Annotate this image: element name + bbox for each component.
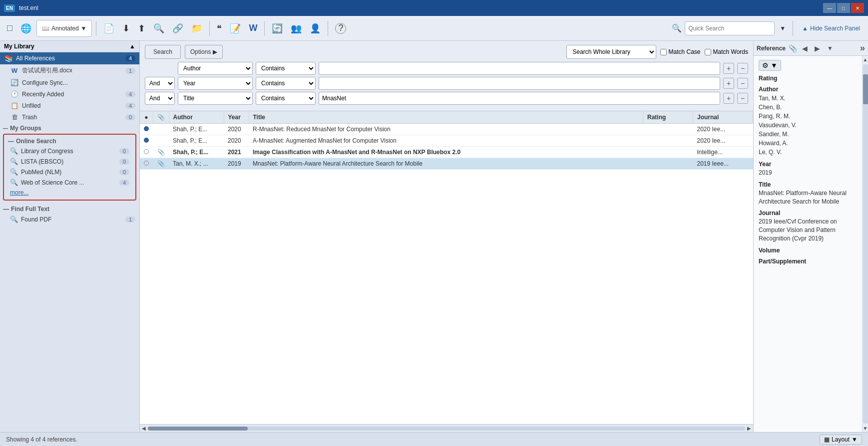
quote-btn[interactable]: ❝: [214, 21, 225, 36]
find-full-text-btn[interactable]: 🔍: [150, 21, 167, 36]
sidebar-item-pubmed[interactable]: 🔍 PubMed (NLM) 0: [4, 167, 135, 177]
filter-condition-3[interactable]: Contains: [256, 92, 316, 105]
title-cell: A-MnasNet: Augmented MnasNet for Compute…: [249, 135, 643, 147]
sidebar-item-unfiled[interactable]: 📋 Unfiled 4: [0, 100, 139, 111]
sidebar-item-all-references[interactable]: 📚 All References 4: [0, 52, 139, 64]
match-words-input[interactable]: [705, 49, 711, 55]
library-toolbar-btn[interactable]: □: [4, 21, 15, 35]
gear-button[interactable]: ⚙ ▼: [759, 60, 781, 71]
link-btn[interactable]: 🔗: [169, 21, 186, 36]
table-row[interactable]: Shah, P.; E... 2020 R-MnasNet: Reduced M…: [140, 124, 753, 135]
online-search-header[interactable]: — Online Search: [4, 137, 135, 146]
col-journal-header[interactable]: Journal: [693, 111, 753, 124]
filter-value-3[interactable]: [319, 92, 720, 105]
title-label: Title: [759, 181, 857, 188]
filter-add-btn-1[interactable]: +: [723, 63, 734, 74]
panel-expand-right-btn[interactable]: »: [860, 43, 865, 53]
sidebar-item-library-of-congress[interactable]: 🔍 Library of Congress 0: [4, 146, 135, 156]
insert-btn[interactable]: 📝: [227, 21, 244, 36]
scroll-track[interactable]: [148, 427, 745, 431]
sidebar-item-lista[interactable]: 🔍 LISTA (EBSCO) 0: [4, 156, 135, 167]
download-btn[interactable]: ⬇: [119, 21, 133, 36]
vscroll-up-arrow[interactable]: ▲: [862, 56, 868, 63]
sidebar-item-trash[interactable]: 🗑 Trash 0: [0, 111, 139, 123]
filter-value-1[interactable]: [319, 62, 720, 75]
filter-field-1[interactable]: Author: [178, 62, 253, 75]
match-case-input[interactable]: [660, 49, 667, 55]
vscroll-down-arrow[interactable]: ▼: [862, 425, 868, 432]
scroll-left-arrow[interactable]: ◀: [142, 426, 146, 431]
table-row[interactable]: 📎 Tan, M. X.; ... 2019 MnasNet: Platform…: [140, 158, 753, 170]
col-attach-header[interactable]: 📎: [153, 111, 169, 124]
filter-add-btn-3[interactable]: +: [723, 93, 734, 104]
online-search-box: — Online Search 🔍 Library of Congress 0 …: [3, 134, 136, 201]
filter-value-2[interactable]: [319, 77, 720, 90]
quick-search-input[interactable]: [685, 21, 775, 35]
recently-added-count: 4: [125, 91, 135, 97]
sync-btn[interactable]: 🔄: [269, 21, 286, 36]
maximize-button[interactable]: □: [837, 3, 850, 13]
panel-next-btn[interactable]: ▶: [813, 44, 822, 52]
annotated-button[interactable]: 📖 Annotated ▼: [36, 20, 92, 37]
vscroll-track[interactable]: [863, 64, 868, 424]
quick-search-icon: 🔍: [672, 23, 682, 33]
filter-add-btn-2[interactable]: +: [723, 78, 734, 89]
scroll-thumb[interactable]: [148, 427, 248, 431]
filter-row-1: Author Contains + −: [145, 62, 748, 75]
col-rating-header[interactable]: Rating: [643, 111, 693, 124]
scroll-right-arrow[interactable]: ▶: [747, 426, 751, 431]
paperclip-icon[interactable]: 📎: [789, 44, 797, 52]
sidebar-item-found-pdf[interactable]: 🔍 Found PDF 1: [0, 214, 139, 225]
options-button[interactable]: Options ▶: [185, 45, 223, 59]
sidebar-item-configure-sync[interactable]: 🔄 Configure Sync...: [0, 77, 139, 88]
search-button[interactable]: Search: [145, 45, 181, 59]
table-row[interactable]: Shah, P.; E... 2020 A-MnasNet: Augmented…: [140, 135, 753, 147]
col-title-header[interactable]: Title: [249, 111, 643, 124]
sidebar-section-my-groups[interactable]: — My Groups: [0, 123, 139, 133]
filter-connector-3[interactable]: And: [145, 92, 175, 105]
close-button[interactable]: ✕: [851, 3, 864, 13]
filter-remove-btn-3[interactable]: −: [737, 93, 748, 104]
panel-expand-btn[interactable]: ▼: [825, 45, 835, 52]
word-btn[interactable]: W: [246, 21, 260, 35]
vscroll-thumb[interactable]: [863, 74, 868, 104]
help-btn[interactable]: ?: [332, 21, 349, 36]
table-row[interactable]: 📎 Shah, P.; E... 2021 Image Classificati…: [140, 147, 753, 158]
search-expand-btn[interactable]: ▼: [778, 24, 788, 33]
filter-remove-btn-2[interactable]: −: [737, 78, 748, 89]
folder-btn[interactable]: 📁: [188, 21, 205, 36]
person-add-btn[interactable]: 👤: [307, 21, 324, 36]
more-link[interactable]: more...: [4, 188, 135, 198]
minimize-button[interactable]: —: [823, 3, 836, 13]
reference-tab[interactable]: Reference: [757, 45, 786, 52]
paperclip-icon: 📎: [157, 160, 165, 167]
filter-condition-2[interactable]: Contains: [256, 77, 316, 90]
col-year-header[interactable]: Year: [224, 111, 249, 124]
sidebar-item-web-of-science[interactable]: 🔍 Web of Science Core ... 4: [4, 177, 135, 188]
panel-prev-btn[interactable]: ◀: [800, 44, 810, 52]
online-search-label: Online Search: [16, 138, 56, 145]
collapse-icon[interactable]: ▲: [129, 43, 135, 50]
col-author-header[interactable]: Author: [169, 111, 224, 124]
sidebar-item-docx[interactable]: W 尝试试用引用.docx 1: [0, 64, 139, 77]
new-ref-btn[interactable]: 📄: [100, 21, 117, 36]
attachment-cell: [153, 124, 169, 135]
upload-btn[interactable]: ⬆: [135, 21, 148, 36]
people-btn[interactable]: 👥: [288, 21, 305, 36]
globe-toolbar-btn[interactable]: 🌐: [17, 21, 34, 36]
filter-condition-1[interactable]: Contains: [256, 62, 316, 75]
filter-remove-btn-1[interactable]: −: [737, 63, 748, 74]
search-scope-select[interactable]: Search Whole Library Search Current Grou…: [566, 45, 656, 59]
filter-field-2[interactable]: Year: [178, 77, 253, 90]
col-read-header[interactable]: ●: [140, 111, 153, 124]
layout-button[interactable]: ▦ Layout ▼: [820, 435, 862, 445]
match-words-checkbox[interactable]: Match Words: [705, 48, 748, 55]
author-cell: Shah, P.; E...: [169, 124, 224, 135]
filter-connector-2[interactable]: And: [145, 77, 175, 90]
sidebar-section-find-full-text[interactable]: — Find Full Text: [0, 204, 139, 214]
filter-field-3[interactable]: Title: [178, 92, 253, 105]
hide-search-panel-button[interactable]: ▲ Hide Search Panel: [798, 23, 864, 34]
sidebar-item-recently-added[interactable]: 🕐 Recently Added 4: [0, 88, 139, 100]
match-case-checkbox[interactable]: Match Case: [660, 48, 701, 55]
author-cell: Tan, M. X.; ...: [169, 158, 224, 170]
